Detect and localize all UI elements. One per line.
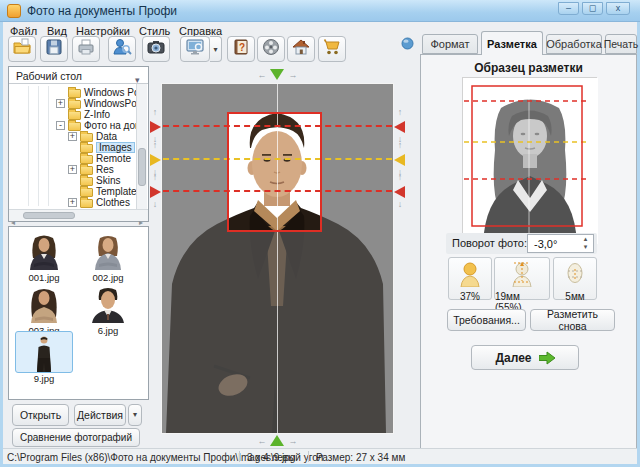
chin-margin-stat[interactable]: 5мм [553,257,597,300]
camera-capture-button[interactable] [142,36,170,62]
eye-line-handle-left[interactable] [150,154,161,166]
crop-frame[interactable] [227,112,322,232]
help-book-icon: ? [231,37,251,61]
tab-print[interactable]: Печать [605,34,637,54]
hair-line-handle-right[interactable] [394,121,405,133]
open-photo-button[interactable] [8,36,36,62]
tree-item[interactable]: Remote [10,153,136,164]
tree-item-label: Data [96,131,117,142]
thumbnail-6[interactable] [80,283,136,323]
home-page-button[interactable] [287,36,315,62]
tree-item-label: Фото на док [84,120,136,131]
top-center-handle[interactable] [270,69,284,80]
rotation-value: -3,0° [534,238,557,250]
spin-down-icon[interactable] [579,243,592,251]
tree-item[interactable]: Skins [10,175,136,186]
help-button[interactable]: ? [227,36,255,62]
compare-photos-button[interactable]: Сравнение фотографий [12,428,140,447]
film-reel-icon [261,37,281,61]
markup-sample [462,77,597,243]
tree-vertical-scrollbar[interactable] [136,84,147,209]
nudge-down-icon[interactable] [150,200,160,209]
tree-item-label: Remote [96,153,131,164]
folder-icon [80,133,93,142]
tab-processing[interactable]: Обработка [546,34,602,54]
maximize-button[interactable]: ◻ [582,2,603,15]
tree-item[interactable]: +Data [10,131,136,142]
tree-item[interactable]: +Res [10,164,136,175]
nudge-down-icon[interactable] [395,200,405,209]
move-right-icon[interactable] [288,437,298,446]
tree-expander[interactable]: - [56,121,65,130]
svg-text:?: ? [239,42,245,53]
spin-up-icon[interactable] [579,235,592,243]
tree-expander[interactable]: + [68,198,77,207]
tab-format[interactable]: Формат [422,34,478,54]
actions-button[interactable]: Действия [74,404,126,426]
thumbnail-003[interactable] [16,283,72,323]
status-separator [239,451,240,462]
nudge-up-icon[interactable] [395,173,405,182]
move-right-icon[interactable] [288,71,298,80]
scrollbar-thumb[interactable] [23,212,75,219]
tree-item[interactable]: -Фото на док [10,120,136,131]
tree-item[interactable]: +WindowsPov [10,98,136,109]
tree-horizontal-scrollbar[interactable] [9,209,148,221]
thumbnail-001[interactable] [16,230,72,270]
eye-line-handle-right[interactable] [394,154,405,166]
screen-preview-icon [185,37,205,61]
person-search-icon [112,37,132,61]
title-bar[interactable]: Фото на документы Профи – ◻ x [0,0,640,22]
location-selector[interactable]: Рабочий стол [9,67,148,84]
info-sphere-icon[interactable] [401,36,414,54]
person-search-button[interactable] [108,36,136,62]
move-left-icon[interactable] [257,437,267,446]
screen-preview-dropdown[interactable] [210,36,222,62]
tree-expander[interactable]: + [68,165,77,174]
spinner-buttons[interactable] [579,235,592,252]
bottom-center-handle[interactable] [270,435,284,446]
stat-value: 37% [460,291,480,302]
nudge-up-icon[interactable] [150,108,160,117]
head-height-stat[interactable]: 19мм (55%) [494,257,550,300]
nudge-up-icon[interactable] [150,141,160,150]
tab-markup[interactable]: Разметка [481,31,543,55]
tree-item[interactable]: Windows Po [10,87,136,98]
remark-button[interactable]: Разметить снова [530,309,615,331]
chin-line-handle-left[interactable] [150,186,161,198]
requirements-button[interactable]: Требования... [447,309,526,331]
scrollbar-thumb[interactable] [138,148,146,186]
next-button[interactable]: Далее [471,345,579,370]
folder-icon [68,89,81,98]
tree-item[interactable]: +Clothes [10,197,136,208]
tree-item[interactable]: Template [10,186,136,197]
folder-tree[interactable]: Windows Po +WindowsPov Z-Info -Фото на д… [10,84,136,209]
save-button[interactable] [40,36,68,62]
head-size-stat[interactable]: 37% [448,257,492,300]
thumbnail-9[interactable] [16,332,72,372]
nudge-up-icon[interactable] [395,141,405,150]
tree-item-selected[interactable]: Images [10,142,136,153]
move-left-icon[interactable] [257,71,267,80]
folder-icon [68,100,81,109]
close-button[interactable]: x [606,2,630,15]
nudge-up-icon[interactable] [395,108,405,117]
thumbnail-002[interactable] [80,230,136,270]
nudge-up-icon[interactable] [150,173,160,182]
open-button[interactable]: Открыть [12,404,69,426]
tree-item[interactable]: Z-Info [10,109,136,120]
print-button[interactable] [72,36,100,62]
actions-dropdown-button[interactable] [128,404,142,426]
chin-line-handle-right[interactable] [394,186,405,198]
screen-preview-button[interactable] [180,36,210,62]
tree-expander[interactable]: + [68,132,77,141]
buy-button[interactable] [318,36,346,62]
rotation-spinner[interactable]: -3,0° [527,234,594,253]
head-height-icon [511,261,533,291]
video-tutorial-button[interactable] [257,36,285,62]
tree-expander[interactable]: + [56,99,65,108]
tree-item-label: Z-Info [84,109,110,120]
minimize-button[interactable]: – [558,2,579,15]
window-title: Фото на документы Профи [27,4,177,18]
hair-line-handle-left[interactable] [150,121,161,133]
